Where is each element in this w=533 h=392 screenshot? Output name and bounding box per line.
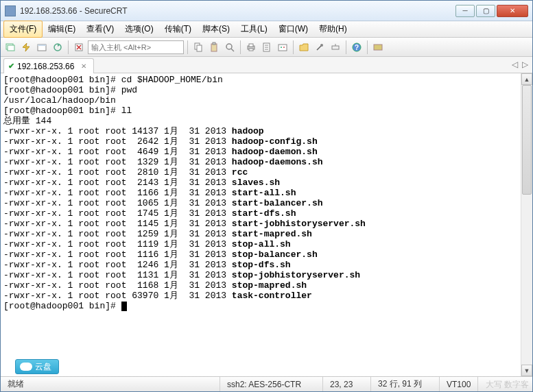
minimize-button[interactable]: ─	[455, 5, 475, 17]
scroll-down-icon[interactable]: ▼	[521, 365, 532, 376]
toolbar: ?	[1, 38, 532, 57]
svg-rect-19	[332, 46, 339, 49]
session-tab[interactable]: ✔ 192.168.253.66 ✕	[3, 58, 94, 73]
menu-edit[interactable]: 编辑(E)	[43, 21, 81, 37]
close-button[interactable]: ✕	[497, 5, 528, 17]
keymap-icon[interactable]	[329, 40, 342, 54]
find-icon[interactable]	[223, 40, 237, 54]
session-tab-icon[interactable]	[35, 40, 49, 54]
terminal[interactable]: [root@hadoop001 bin]# cd $HADOOP_HOME/bi…	[1, 73, 521, 376]
menu-tools[interactable]: 工具(L)	[235, 21, 273, 37]
status-dim: 32 行, 91 列	[371, 377, 440, 391]
watermark: 大写 数字客	[486, 379, 529, 391]
scroll-up-icon[interactable]: ▲	[521, 73, 532, 85]
tabbar: ✔ 192.168.253.66 ✕ ◁ ▷	[1, 57, 532, 73]
status-ssh: ssh2: AES-256-CTR	[220, 377, 323, 391]
svg-rect-9	[213, 42, 215, 45]
menu-window[interactable]: 窗口(W)	[273, 21, 313, 37]
menu-help[interactable]: 帮助(H)	[313, 21, 353, 37]
menu-file[interactable]: 文件(F)	[3, 21, 43, 38]
reconnect-icon[interactable]	[51, 40, 64, 54]
cloud-label: 云盘	[35, 361, 51, 373]
svg-rect-8	[211, 44, 217, 51]
menubar: 文件(F) 编辑(E) 查看(V) 选项(O) 传输(T) 脚本(S) 工具(L…	[1, 21, 532, 38]
scroll-track[interactable]	[521, 85, 532, 365]
toggle-icon[interactable]	[371, 40, 385, 54]
status-term: VT100	[440, 377, 478, 391]
host-input[interactable]	[88, 40, 184, 54]
menu-options[interactable]: 选项(O)	[119, 21, 158, 37]
svg-text:?: ?	[355, 44, 359, 51]
svg-point-17	[283, 47, 285, 48]
status-ready: 就绪	[1, 377, 220, 391]
copy-icon[interactable]	[191, 40, 205, 54]
titlebar[interactable]: 192.168.253.66 - SecureCRT ─ ▢ ✕	[1, 1, 532, 21]
cloud-icon	[20, 363, 32, 371]
svg-point-18	[320, 44, 323, 47]
menu-transfer[interactable]: 传输(T)	[159, 21, 197, 37]
statusbar: 就绪 ssh2: AES-256-CTR 23, 23 32 行, 91 列 V…	[1, 376, 532, 391]
menu-script[interactable]: 脚本(S)	[197, 21, 235, 37]
folder-icon[interactable]	[297, 40, 311, 54]
svg-rect-15	[279, 45, 287, 51]
paste-icon[interactable]	[207, 40, 221, 54]
tab-close-icon[interactable]: ✕	[81, 62, 86, 70]
svg-point-16	[281, 47, 282, 48]
quick-connect-icon[interactable]	[19, 40, 33, 54]
svg-rect-7	[197, 45, 202, 51]
tab-next-icon[interactable]: ▷	[522, 60, 528, 69]
tab-label: 192.168.253.66	[17, 62, 74, 71]
svg-rect-3	[38, 45, 46, 46]
cloud-disk-button[interactable]: 云盘	[15, 359, 59, 374]
help-icon[interactable]: ?	[350, 40, 364, 54]
svg-rect-1	[8, 45, 14, 51]
svg-rect-13	[249, 49, 253, 51]
svg-rect-22	[374, 45, 382, 50]
connected-icon: ✔	[8, 62, 14, 71]
print-icon[interactable]	[244, 40, 258, 54]
scrollbar[interactable]: ▲ ▼	[521, 73, 532, 376]
menu-view[interactable]: 查看(V)	[81, 21, 119, 37]
settings-icon[interactable]	[313, 40, 327, 54]
options-icon[interactable]	[276, 40, 289, 54]
properties-icon[interactable]	[260, 40, 274, 54]
scroll-thumb[interactable]	[522, 85, 532, 195]
disconnect-icon[interactable]	[72, 40, 86, 54]
status-pos: 23, 23	[323, 377, 371, 391]
window-title: 192.168.253.66 - SecureCRT	[20, 6, 455, 16]
connect-icon[interactable]	[3, 40, 17, 54]
svg-rect-12	[249, 44, 253, 47]
maximize-button[interactable]: ▢	[476, 5, 495, 17]
app-icon	[5, 5, 16, 16]
svg-point-10	[226, 44, 232, 49]
tab-prev-icon[interactable]: ◁	[512, 60, 518, 69]
